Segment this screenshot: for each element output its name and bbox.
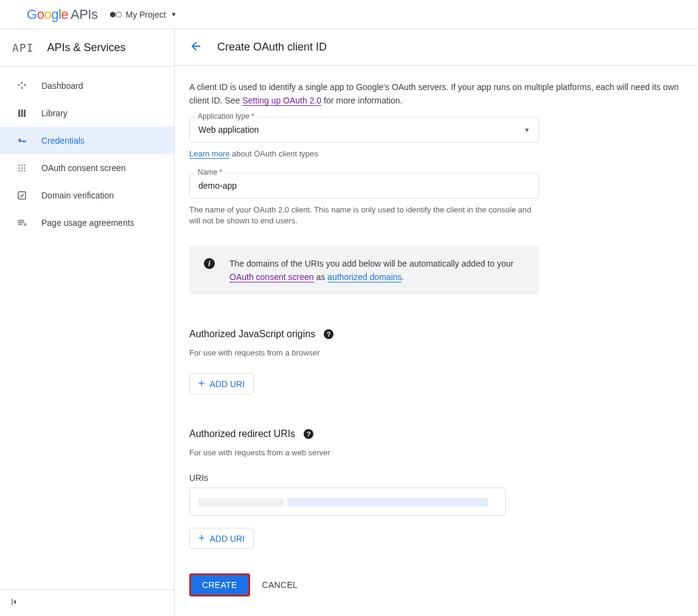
sidebar-item-label: Library (41, 108, 68, 118)
form-actions: CREATE CANCEL (189, 573, 683, 597)
redacted-content (287, 498, 488, 506)
cancel-button[interactable]: CANCEL (262, 580, 298, 590)
help-icon[interactable]: ? (324, 329, 333, 339)
name-helper: The name of your OAuth 2.0 client. This … (189, 205, 539, 226)
create-button[interactable]: CREATE (189, 573, 250, 597)
svg-point-0 (19, 139, 21, 141)
intro-text: A client ID is used to identify a single… (189, 80, 683, 107)
svg-point-1 (18, 164, 19, 166)
page-title: Create OAuth client ID (217, 41, 327, 54)
setup-oauth-link[interactable]: Setting up OAuth 2.0 (242, 96, 321, 106)
sidebar-item-label: Domain verification (41, 191, 114, 200)
sidebar-item-domain-verification[interactable]: Domain verification (0, 181, 174, 209)
redirect-uris-section: Authorized redirect URIs ? For use with … (189, 429, 683, 549)
sidebar-item-label: Credentials (41, 136, 85, 145)
menu-icon[interactable] (7, 7, 22, 22)
application-type-select[interactable]: Web application ▼ (189, 117, 539, 142)
dashboard-icon (16, 80, 28, 92)
svg-point-5 (21, 167, 23, 168)
key-icon (16, 135, 28, 147)
sidebar: API APIs & Services Dashboard Library Cr… (0, 29, 175, 616)
name-label: Name * (195, 168, 225, 177)
sidebar-nav: Dashboard Library Credentials OAuth cons… (0, 67, 174, 589)
info-banner: i The domains of the URIs you add below … (189, 246, 539, 295)
library-icon (16, 107, 28, 119)
svg-point-4 (18, 167, 19, 168)
svg-point-11 (24, 223, 26, 225)
add-uri-button[interactable]: + ADD URI (189, 528, 254, 549)
google-apis-logo[interactable]: Google APIs (27, 7, 97, 23)
collapse-sidebar-button[interactable] (0, 589, 174, 616)
svg-rect-10 (18, 192, 26, 199)
chevron-down-icon: ▼ (171, 11, 177, 18)
api-badge: API (12, 41, 34, 54)
sidebar-header: API APIs & Services (0, 29, 174, 67)
help-icon[interactable]: ? (304, 429, 313, 439)
sidebar-item-label: Page usage agreements (41, 218, 134, 228)
application-type-field: Application type * Web application ▼ (189, 117, 539, 142)
logo-suffix: APIs (71, 7, 97, 23)
sidebar-item-page-usage[interactable]: Page usage agreements (0, 209, 174, 236)
info-text: The domains of the URIs you add below wi… (229, 257, 525, 284)
consent-icon (16, 162, 28, 174)
svg-point-3 (24, 164, 25, 166)
name-field: Name * (189, 173, 539, 198)
back-arrow-icon[interactable] (189, 40, 203, 55)
info-icon: i (204, 258, 215, 269)
svg-point-7 (18, 170, 19, 171)
sidebar-item-oauth-consent[interactable]: OAuth consent screen (0, 154, 174, 181)
sidebar-title: APIs & Services (47, 41, 126, 54)
sidebar-item-label: OAuth consent screen (41, 163, 126, 173)
js-origins-title: Authorized JavaScript origins ? (189, 329, 683, 340)
project-name: My Project (125, 10, 166, 19)
main-content: Create OAuth client ID A client ID is us… (175, 29, 698, 616)
svg-rect-12 (12, 599, 12, 606)
name-input-wrapper (189, 173, 539, 198)
plus-icon: + (198, 532, 205, 545)
add-uri-button[interactable]: + ADD URI (189, 373, 254, 394)
svg-point-2 (21, 164, 23, 166)
verify-icon (16, 189, 28, 201)
redirect-uris-title: Authorized redirect URIs ? (189, 429, 683, 439)
redirect-uris-desc: For use with requests from a web server (189, 448, 683, 457)
app-type-helper: Learn more about OAuth client types (189, 149, 539, 159)
learn-more-link[interactable]: Learn more (189, 149, 229, 159)
app-type-value: Web application (198, 125, 259, 135)
plus-icon: + (198, 377, 205, 390)
sidebar-item-dashboard[interactable]: Dashboard (0, 72, 174, 99)
sidebar-item-library[interactable]: Library (0, 99, 174, 127)
main-header: Create OAuth client ID (175, 29, 698, 66)
project-icon: ⬢⬡ (110, 10, 122, 19)
sidebar-item-credentials[interactable]: Credentials (0, 127, 174, 154)
js-origins-desc: For use with requests from a browser (189, 348, 683, 357)
project-selector[interactable]: ⬢⬡ My Project ▼ (110, 10, 176, 19)
authorized-domains-link[interactable]: authorized domains (327, 272, 402, 282)
agreements-icon (16, 217, 28, 229)
svg-point-6 (24, 167, 25, 168)
redacted-content (198, 498, 284, 506)
chevron-down-icon: ▼ (524, 127, 530, 133)
uris-label: URIs (189, 473, 683, 483)
svg-point-8 (21, 170, 23, 171)
top-bar: Google APIs ⬢⬡ My Project ▼ (0, 0, 698, 29)
name-input[interactable] (198, 181, 530, 191)
svg-point-9 (24, 170, 25, 171)
sidebar-item-label: Dashboard (41, 81, 83, 91)
js-origins-section: Authorized JavaScript origins ? For use … (189, 329, 683, 394)
uri-input[interactable] (189, 488, 506, 516)
app-type-label: Application type * (195, 112, 257, 121)
oauth-consent-link[interactable]: OAuth consent screen (229, 272, 314, 282)
